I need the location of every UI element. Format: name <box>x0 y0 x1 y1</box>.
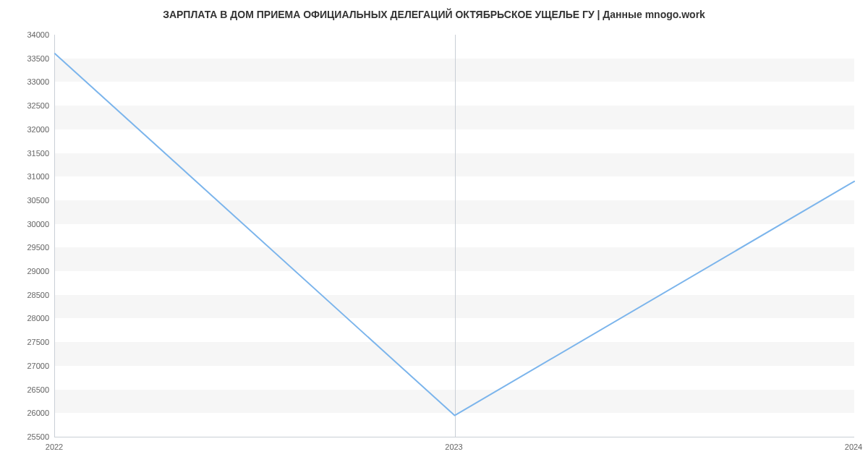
y-tick-label: 25500 <box>9 432 49 441</box>
y-tick-label: 27500 <box>9 338 49 346</box>
y-tick-label: 30500 <box>9 196 49 205</box>
y-tick-label: 33500 <box>9 54 49 63</box>
salary-line <box>55 54 854 415</box>
y-tick-label: 32500 <box>9 101 49 110</box>
y-tick-label: 31000 <box>9 172 49 181</box>
y-tick-label: 29500 <box>9 243 49 252</box>
chart-title: ЗАРПЛАТА В ДОМ ПРИЕМА ОФИЦИАЛЬНЫХ ДЕЛЕГА… <box>0 9 868 20</box>
y-tick-label: 28500 <box>9 291 49 299</box>
x-tick-label: 2022 <box>46 443 63 451</box>
y-tick-label: 31500 <box>9 149 49 158</box>
y-tick-label: 33000 <box>9 77 49 86</box>
y-tick-label: 28000 <box>9 314 49 322</box>
y-tick-label: 26000 <box>9 409 49 417</box>
y-tick-label: 27000 <box>9 362 49 370</box>
plot-area <box>54 35 854 437</box>
y-tick-label: 30000 <box>9 220 49 228</box>
y-tick-label: 26500 <box>9 385 49 394</box>
salary-line-chart: ЗАРПЛАТА В ДОМ ПРИЕМА ОФИЦИАЛЬНЫХ ДЕЛЕГА… <box>0 0 868 470</box>
line-series <box>55 35 854 437</box>
y-tick-label: 29000 <box>9 267 49 275</box>
y-tick-label: 34000 <box>9 30 49 39</box>
x-tick-label: 2024 <box>845 443 862 451</box>
x-tick-label: 2023 <box>445 443 462 451</box>
y-tick-label: 32000 <box>9 125 49 134</box>
